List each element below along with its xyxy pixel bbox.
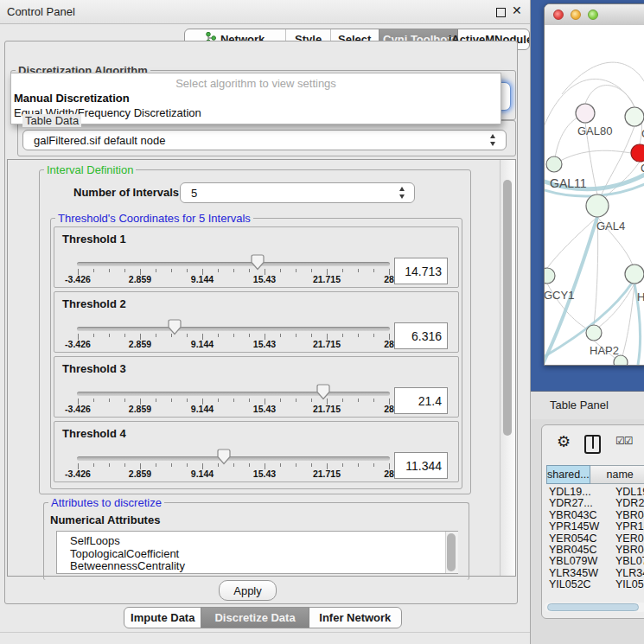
- number-of-intervals-value: 5: [181, 187, 197, 200]
- threshold-value-field[interactable]: 14.713: [394, 258, 448, 284]
- tick-label: 21.715: [313, 404, 341, 414]
- columns-icon[interactable]: [584, 435, 601, 454]
- table-row[interactable]: YIL052CYIL05: [546, 578, 644, 590]
- slider-thumb[interactable]: [316, 384, 330, 400]
- interval-definition-caption: Interval Definition: [44, 163, 136, 176]
- tab-infer-network[interactable]: Infer Network: [309, 608, 401, 628]
- network-node-gcy1[interactable]: [545, 268, 555, 284]
- network-node-label: C: [641, 162, 644, 175]
- tick-label: 21.715: [313, 274, 341, 284]
- slider-track[interactable]: [77, 262, 390, 266]
- minor-tick: [233, 399, 234, 402]
- network-node-label: GAL4: [596, 220, 625, 233]
- combobox-stepper-icon[interactable]: [399, 187, 406, 199]
- minor-tick: [342, 399, 343, 402]
- float-window-icon[interactable]: [496, 8, 506, 17]
- horizontal-scrollbar-thumb[interactable]: [547, 603, 639, 611]
- attribute-item[interactable]: SelfLoops: [70, 534, 120, 547]
- minor-tick: [171, 269, 172, 272]
- tab-discretize-data[interactable]: Discretize Data: [201, 608, 308, 628]
- tab-impute-data[interactable]: Impute Data: [124, 608, 201, 628]
- slider-thumb[interactable]: [217, 449, 231, 465]
- table-row[interactable]: YLR345WYLR34: [546, 567, 644, 578]
- threshold-title: Threshold 1: [62, 233, 126, 245]
- network-node-gal11[interactable]: [546, 156, 562, 172]
- list-scrollbar-thumb[interactable]: [447, 533, 456, 571]
- network-edge: [585, 86, 634, 107]
- network-node-gal4[interactable]: [586, 194, 609, 217]
- table-data-combobox[interactable]: galFiltered.sif default node: [22, 130, 507, 150]
- minor-tick: [187, 463, 188, 467]
- slider-thumb[interactable]: [168, 319, 182, 335]
- minor-tick: [233, 463, 234, 467]
- column-header-shared[interactable]: shared...: [546, 465, 590, 484]
- number-of-intervals-combobox[interactable]: 5: [180, 182, 415, 203]
- attribute-item[interactable]: TopologicalCoefficient: [70, 547, 179, 560]
- cell-shared-name: YBR043C: [549, 509, 597, 521]
- table-row[interactable]: YER054CYER05: [546, 532, 644, 544]
- slider-track[interactable]: [77, 456, 390, 461]
- minor-tick: [156, 334, 156, 337]
- checkbox-icons[interactable]: ☑☑: [615, 435, 633, 447]
- tab-label: Infer Network: [319, 611, 391, 624]
- minor-tick: [373, 463, 374, 467]
- screenshot-root: Control Panel ✕ NetworkStyleSelectCyni T…: [0, 0, 644, 644]
- threshold-value-field[interactable]: 21.4: [394, 387, 448, 414]
- network-window-titlebar[interactable]: [545, 4, 644, 26]
- zoom-traffic-light-icon[interactable]: [588, 10, 598, 20]
- network-node-gal80[interactable]: [576, 104, 595, 123]
- numerical-attributes-list[interactable]: SelfLoopsTopologicalCoefficientBetweenne…: [56, 531, 458, 574]
- cell-name: YBR04: [615, 509, 644, 521]
- popup-prompt-item[interactable]: Select algorithm to view settings: [11, 77, 501, 90]
- network-edge: [554, 150, 631, 164]
- tick-label: 21.715: [313, 339, 341, 349]
- minor-tick: [218, 399, 219, 402]
- network-node[interactable]: [614, 355, 628, 366]
- threshold-value-field[interactable]: 6.316: [394, 322, 448, 349]
- tick-label: 15.43: [253, 339, 276, 349]
- tick-label: 9.144: [191, 339, 214, 349]
- popup-option[interactable]: Manual Discretization: [14, 92, 130, 105]
- minimize-traffic-light-icon[interactable]: [571, 10, 581, 20]
- tick-label: 2.859: [129, 404, 151, 414]
- cell-shared-name: YPR145W: [549, 520, 599, 532]
- threshold-value-field[interactable]: 11.344: [394, 452, 448, 479]
- close-icon[interactable]: ✕: [512, 3, 522, 17]
- slider-track[interactable]: [77, 392, 390, 396]
- combobox-stepper-icon[interactable]: [489, 134, 497, 146]
- table-row[interactable]: YDL19...YDL19: [546, 486, 644, 497]
- table-row[interactable]: YPR145WYPR14: [546, 520, 644, 532]
- apply-button[interactable]: Apply: [219, 580, 277, 601]
- network-node-label: H: [637, 290, 644, 303]
- network-canvas[interactable]: GAL80GCGAL11GAL4GCY1HHAP2: [545, 25, 644, 366]
- attribute-item[interactable]: BetweennessCentrality: [70, 559, 185, 572]
- minor-tick: [342, 269, 343, 272]
- table-row[interactable]: YDR27...YDR27: [546, 497, 644, 508]
- column-header-name[interactable]: name: [590, 465, 644, 484]
- table-row[interactable]: YBR045CYBR04: [546, 544, 644, 555]
- attributes-caption: Attributes to discretize: [48, 496, 164, 509]
- table-row[interactable]: YBL079WYBL07: [546, 555, 644, 566]
- minor-tick: [218, 334, 219, 337]
- close-traffic-light-icon[interactable]: [553, 10, 564, 20]
- vertical-scrollbar-thumb[interactable]: [503, 180, 512, 436]
- table-row[interactable]: YBR043CYBR04: [546, 509, 644, 520]
- minor-tick: [280, 334, 281, 337]
- minor-tick: [358, 269, 359, 272]
- minor-tick: [373, 269, 374, 272]
- network-node-g[interactable]: [625, 107, 644, 126]
- minor-tick: [109, 463, 110, 467]
- minor-tick: [187, 399, 188, 402]
- network-node-h[interactable]: [625, 265, 644, 284]
- minor-tick: [296, 269, 296, 272]
- minor-tick: [280, 399, 281, 402]
- gear-icon[interactable]: ⚙: [557, 432, 571, 451]
- table-header-row: shared... name: [546, 465, 644, 484]
- slider-track[interactable]: [77, 327, 390, 331]
- minor-tick: [358, 399, 359, 402]
- network-node-hap2[interactable]: [586, 325, 602, 341]
- slider-thumb[interactable]: [251, 254, 265, 271]
- network-node-c[interactable]: [631, 144, 644, 162]
- threshold-title: Threshold 2: [62, 297, 126, 310]
- minor-tick: [187, 269, 188, 272]
